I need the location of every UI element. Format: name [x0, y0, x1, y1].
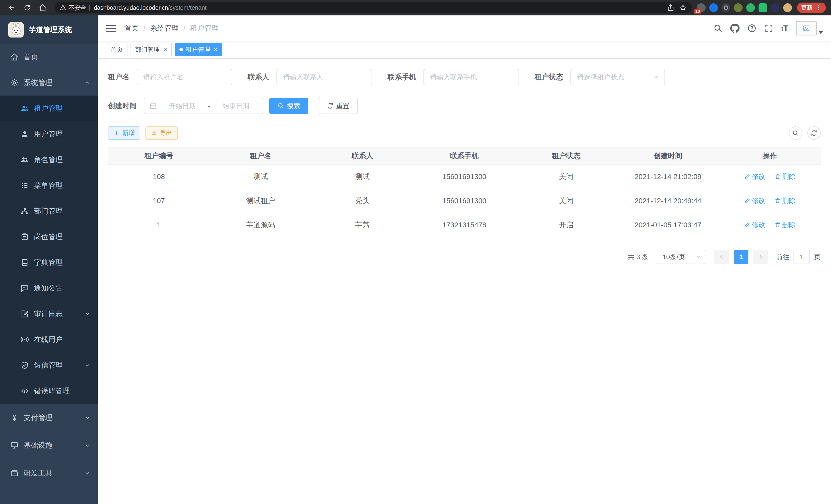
refresh-table-button[interactable] — [807, 126, 821, 140]
header-search-icon[interactable] — [713, 24, 722, 33]
github-icon[interactable] — [730, 24, 740, 33]
sidebar-item-audit[interactable]: 审计日志 — [0, 301, 98, 327]
date-range-picker[interactable]: 开始日期 - 结束日期 — [144, 98, 263, 114]
sidebar-item-user[interactable]: 用户管理 — [0, 121, 98, 147]
sidebar-item-pay[interactable]: 支付管理 — [0, 404, 98, 432]
extension-icon-5[interactable] — [746, 3, 755, 12]
edit-link[interactable]: 修改 — [744, 220, 765, 229]
cell-phone: 17321315478 — [413, 213, 515, 237]
sidebar-item-dept[interactable]: 部门管理 — [0, 198, 98, 224]
sidebar-item-devtools[interactable]: 研发工具 — [0, 459, 98, 487]
browser-back-button[interactable] — [5, 1, 19, 14]
help-icon[interactable] — [747, 24, 756, 33]
tenant-name-input[interactable] — [137, 69, 232, 85]
phone-input[interactable] — [424, 69, 519, 85]
audit-log-icon — [21, 310, 29, 318]
sidebar-item-home[interactable]: 首页 — [0, 44, 98, 70]
sidebar-item-label: 岗位管理 — [34, 232, 63, 242]
sidebar: 芋道管理系统 首页 系统管理 租户管理 用户管理 — [0, 16, 98, 504]
prev-page-button[interactable] — [714, 250, 729, 264]
browser-update-button[interactable]: 更新 ⋮ — [797, 3, 826, 13]
browser-home-button[interactable] — [36, 1, 49, 14]
sidebar-item-errcode[interactable]: 错误码管理 — [0, 378, 98, 404]
breadcrumb-home[interactable]: 首页 — [124, 23, 139, 33]
sidebar-item-post[interactable]: 岗位管理 — [0, 224, 98, 250]
tab-close-icon[interactable]: × — [214, 47, 218, 53]
edit-link[interactable]: 修改 — [744, 172, 765, 181]
table-row: 107 测试租户 秃头 15601691300 关闭 2021-12-14 20… — [108, 189, 821, 213]
sidebar-item-dict[interactable]: 字典管理 — [0, 250, 98, 275]
status-select[interactable]: 请选择租户状态 — [570, 69, 665, 85]
address-bar[interactable]: 不安全 dashboard.yudao.iocoder.cn /system/t… — [55, 2, 692, 13]
extension-icon-4[interactable] — [734, 3, 743, 12]
export-button[interactable]: 导出 — [145, 126, 178, 140]
tab-label: 租户管理 — [185, 46, 210, 54]
extension-icon-7[interactable] — [771, 3, 780, 12]
shield-icon — [21, 361, 29, 369]
org-tree-icon — [21, 207, 29, 215]
pagination: 共 3 条 10条/页 1 前往 页 — [108, 250, 821, 264]
browser-menu-icon[interactable]: ⋮ — [815, 4, 822, 12]
delete-link[interactable]: 删除 — [774, 196, 796, 205]
page-size-select[interactable]: 10条/页 — [657, 250, 706, 264]
page-number-1[interactable]: 1 — [734, 250, 748, 264]
app-title: 芋道管理系统 — [29, 25, 72, 35]
browser-reload-button[interactable] — [21, 1, 34, 14]
sidebar-item-label: 租户管理 — [34, 103, 63, 113]
user-menu[interactable] — [796, 21, 823, 35]
share-icon[interactable] — [667, 4, 674, 11]
fullscreen-icon[interactable] — [764, 24, 773, 33]
extension-icon-6[interactable] — [758, 3, 767, 12]
sidebar-item-notice[interactable]: 通知公告 — [0, 275, 98, 301]
extension-icon-3[interactable] — [721, 3, 730, 12]
cell-status: 关闭 — [515, 189, 617, 213]
sidebar-item-label: 在线用户 — [34, 335, 63, 345]
tab-close-icon[interactable]: × — [164, 47, 167, 53]
status-label: 租户状态 — [535, 72, 563, 82]
toolbox-icon — [10, 469, 19, 477]
chevron-up-icon — [84, 80, 90, 86]
edit-link[interactable]: 修改 — [744, 196, 765, 205]
delete-link[interactable]: 删除 — [774, 220, 796, 229]
cell-tenant-id: 1 — [108, 213, 210, 237]
sidebar-item-tenant[interactable]: 租户管理 — [0, 95, 98, 121]
extension-icon-1[interactable]: 10 — [697, 3, 706, 12]
extension-icon-8[interactable] — [783, 3, 792, 12]
refresh-icon — [327, 102, 334, 109]
chevron-down-icon — [696, 254, 701, 260]
tab-home[interactable]: 首页 — [106, 43, 127, 56]
date-start-placeholder: 开始日期 — [161, 101, 204, 111]
users-icon — [21, 104, 29, 113]
tab-tenant[interactable]: 租户管理 × — [175, 43, 222, 56]
search-button[interactable]: 搜索 — [269, 98, 308, 114]
font-size-icon[interactable]: tT — [781, 24, 789, 33]
badge-icon — [21, 233, 29, 241]
omnibox-divider — [89, 5, 90, 11]
calendar-icon — [149, 102, 157, 110]
cell-status: 关闭 — [515, 165, 617, 189]
sidebar-item-online[interactable]: 在线用户 — [0, 327, 98, 352]
search-icon — [792, 130, 799, 137]
sidebar-item-menu[interactable]: 菜单管理 — [0, 173, 98, 198]
sidebar-item-system[interactable]: 系统管理 — [0, 70, 98, 95]
add-button[interactable]: 新增 — [108, 126, 140, 140]
delete-link[interactable]: 删除 — [774, 172, 796, 181]
sidebar-item-infra[interactable]: 基础设施 — [0, 432, 98, 459]
contact-input[interactable] — [277, 69, 372, 85]
gear-icon — [10, 79, 19, 87]
browser-toolbar: 不安全 dashboard.yudao.iocoder.cn /system/t… — [0, 0, 831, 16]
sidebar-toggle-button[interactable] — [106, 23, 116, 33]
chevron-down-icon — [84, 311, 90, 317]
roles-icon — [21, 156, 29, 164]
reset-button[interactable]: 重置 — [319, 98, 358, 114]
next-page-button[interactable] — [753, 250, 768, 264]
sidebar-item-role[interactable]: 角色管理 — [0, 147, 98, 173]
tab-dept[interactable]: 部门管理 × — [131, 43, 172, 56]
goto-page-input[interactable] — [794, 250, 810, 264]
avatar[interactable] — [796, 21, 816, 35]
toggle-search-button[interactable] — [789, 126, 802, 140]
bookmark-star-icon[interactable] — [679, 4, 687, 11]
breadcrumb-system[interactable]: 系统管理 — [150, 23, 179, 33]
sidebar-item-sms[interactable]: 短信管理 — [0, 352, 98, 378]
extension-icon-2[interactable] — [709, 3, 718, 12]
